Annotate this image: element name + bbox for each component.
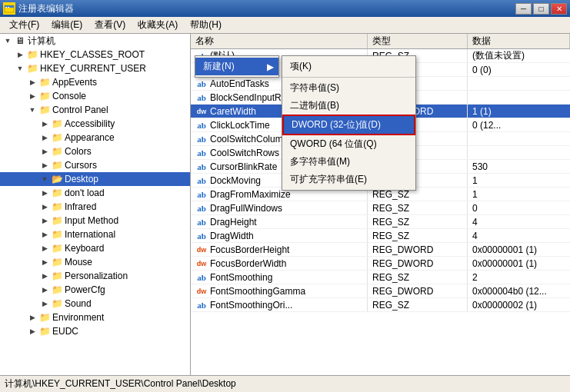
cell-type-dragfull: REG_SZ	[368, 201, 468, 214]
tree-item-desktop[interactable]: ▼ 📂 Desktop	[0, 172, 190, 186]
expander-cursors: ▶	[38, 159, 51, 171]
cell-data-cursorblink: 530	[468, 160, 570, 173]
cell-type-caretwidth: REG_DWORD	[368, 105, 468, 118]
cell-type-cursorblink: REG_SZ	[368, 160, 468, 173]
table-row[interactable]: ab DockMoving REG_SZ 1	[191, 174, 570, 188]
tree-item-hkey-current[interactable]: ▼ 📁 HKEY_CURRENT_USER	[0, 61, 190, 75]
table-row[interactable]: dw FocusBorderHeight REG_DWORD 0x0000000…	[191, 243, 570, 257]
table-row[interactable]: ab BlockSendInputResets REG_SZ	[191, 91, 570, 105]
tree-item-international[interactable]: ▶ 📁 International	[0, 228, 190, 241]
table-row[interactable]: ab CoolSwitchColumns REG_SZ	[191, 132, 570, 146]
reg-icon-ab: ab	[195, 135, 208, 144]
cell-data-caretwidth: 1 (1)	[468, 105, 570, 118]
cell-name-focusw: dw FocusBorderWidth	[191, 257, 368, 270]
cell-type-autoend: REG_SZ	[368, 77, 468, 90]
table-row[interactable]: ab (默认) REG_SZ (数值未设置)	[191, 49, 570, 63]
tree-item-personalization[interactable]: ▶ 📁 Personalization	[0, 269, 190, 283]
table-row[interactable]: ab ClickLockTime REG_SZ 0 (12...	[191, 118, 570, 132]
tree-item-controlpanel[interactable]: ▼ 📁 Control Panel	[0, 103, 190, 117]
table-header: 名称 类型 数据	[191, 34, 570, 49]
app-icon	[3, 2, 15, 15]
minimize-button[interactable]: ─	[515, 3, 532, 15]
menu-view[interactable]: 查看(V)	[88, 17, 132, 33]
expander-accessibility: ▶	[38, 118, 51, 130]
table-row[interactable]: ab AutoEndTasks REG_SZ	[191, 77, 570, 91]
cell-data-clicklock: 0 (12...	[468, 118, 570, 131]
tree-item-inputmethod[interactable]: ▶ 📁 Input Method	[0, 214, 190, 228]
reg-icon-dw: dw	[195, 287, 208, 296]
col-header-name: 名称	[191, 34, 368, 48]
cell-data-dragheight: 4	[468, 215, 570, 228]
table-row[interactable]: ab DragHeight REG_SZ 4	[191, 215, 570, 229]
tree-item-dontload[interactable]: ▶ 📁 don't load	[0, 186, 190, 200]
cell-data-fontsmoothori: 0x00000002 (1)	[468, 298, 570, 311]
hive-icon-classes: 📁	[26, 48, 38, 61]
folder-icon-international: 📁	[51, 228, 63, 241]
table-row[interactable]: dw FontSmoothingGamma REG_DWORD 0x000004…	[191, 284, 570, 298]
tree-label-cursors: Cursors	[65, 160, 97, 171]
menu-favorites[interactable]: 收藏夹(A)	[132, 17, 184, 33]
tree-item-keyboard[interactable]: ▶ 📁 Keyboard	[0, 241, 190, 255]
tree-item-console[interactable]: ▶ 📁 Console	[0, 89, 190, 103]
table-row[interactable]: ab FontSmoothing REG_SZ 2	[191, 271, 570, 284]
menu-help[interactable]: 帮助(H)	[184, 17, 228, 33]
tree-item-sound[interactable]: ▶ 📁 Sound	[0, 297, 190, 311]
folder-icon-accessibility: 📁	[51, 118, 63, 130]
tree-item-euro[interactable]: ▶ 📁 EUDC	[0, 324, 190, 338]
tree-item-accessibility[interactable]: ▶ 📁 Accessibility	[0, 117, 190, 131]
menu-file[interactable]: 文件(F)	[3, 17, 45, 33]
cell-type-clicklock: REG_SZ	[368, 118, 468, 131]
cell-data-dragfull: 0	[468, 201, 570, 214]
tree-item-powercfg[interactable]: ▶ 📁 PowerCfg	[0, 283, 190, 297]
table-row[interactable]: dw FocusBorderWidth REG_DWORD 0x00000001…	[191, 257, 570, 271]
table-row[interactable]: ab ActiveWndTrk... REG_SZ 0 (0)	[191, 63, 570, 77]
tree-item-computer[interactable]: ▼ 🖥 计算机	[0, 34, 190, 48]
expander-appearance: ▶	[38, 131, 51, 144]
folder-icon-dontload: 📁	[51, 187, 63, 199]
folder-icon-colors: 📁	[51, 145, 63, 158]
tree-label-desktop: Desktop	[65, 174, 98, 184]
right-panel: 名称 类型 数据 ab (默认) REG_SZ (数值未设置) ab Activ…	[191, 34, 570, 375]
tree-label-current: HKEY_CURRENT_USER	[40, 63, 146, 74]
table-row[interactable]: ab CursorBlinkRate REG_SZ 530	[191, 160, 570, 174]
menu-edit[interactable]: 编辑(E)	[45, 17, 88, 33]
cell-type-activewnd: REG_SZ	[368, 63, 468, 76]
maximize-button[interactable]: □	[533, 3, 549, 15]
cell-type-dragwidth: REG_SZ	[368, 229, 468, 242]
cell-name-block: ab BlockSendInputResets	[191, 91, 368, 104]
folder-icon-euro: 📁	[38, 325, 51, 337]
table-row-caretwidth[interactable]: dw CaretWidth REG_DWORD 1 (1)	[191, 105, 570, 118]
reg-icon-ab: ab	[195, 204, 208, 213]
tree-item-appearance[interactable]: ▶ 📁 Appearance	[0, 131, 190, 145]
tree-item-colors[interactable]: ▶ 📁 Colors	[0, 145, 190, 158]
tree-item-environment[interactable]: ▶ 📁 Environment	[0, 311, 190, 324]
tree-label-controlpanel: Control Panel	[52, 105, 108, 115]
folder-icon-powercfg: 📁	[51, 284, 63, 296]
tree-item-mouse[interactable]: ▶ 📁 Mouse	[0, 255, 190, 269]
row-label-fontsmooth: FontSmoothing	[210, 272, 272, 283]
reg-icon-ab: ab	[195, 121, 208, 130]
cell-data-focush: 0x00000001 (1)	[468, 243, 570, 256]
tree-item-hkey-classes[interactable]: ▶ 📁 HKEY_CLASSES_ROOT	[0, 48, 190, 61]
table-row[interactable]: ab DragWidth REG_SZ 4	[191, 229, 570, 243]
table-row[interactable]: ab FontSmoothingOri... REG_SZ 0x00000002…	[191, 298, 570, 312]
cell-data-activewnd: 0 (0)	[468, 63, 570, 76]
cell-name-coolcol: ab CoolSwitchColumns	[191, 132, 368, 145]
tree-label-euro: EUDC	[52, 326, 78, 337]
cell-name-dragheight: ab DragHeight	[191, 215, 368, 228]
table-row[interactable]: ab CoolSwitchRows REG_SZ	[191, 146, 570, 160]
table-row[interactable]: ab DragFullWindows REG_SZ 0	[191, 201, 570, 215]
col-header-type: 类型	[368, 34, 468, 48]
cell-type-fontsmoothori: REG_SZ	[368, 298, 468, 311]
table-body: ab (默认) REG_SZ (数值未设置) ab ActiveWndTrk..…	[191, 49, 570, 375]
reg-icon-ab: ab	[195, 273, 208, 282]
cell-name-fontsmoothg: dw FontSmoothingGamma	[191, 284, 368, 297]
tree-item-cursors[interactable]: ▶ 📁 Cursors	[0, 158, 190, 172]
tree-label-appearance: Appearance	[65, 132, 115, 143]
close-button[interactable]: ✕	[551, 3, 567, 15]
tree-item-infrared[interactable]: ▶ 📁 Infrared	[0, 200, 190, 214]
tree-item-appevents[interactable]: ▶ 📁 AppEvents	[0, 75, 190, 89]
row-label-clicklock: ClickLockTime	[210, 120, 270, 131]
table-row[interactable]: ab DragFromMaximize REG_SZ 1	[191, 188, 570, 201]
cell-name-autoend: ab AutoEndTasks	[191, 77, 368, 90]
